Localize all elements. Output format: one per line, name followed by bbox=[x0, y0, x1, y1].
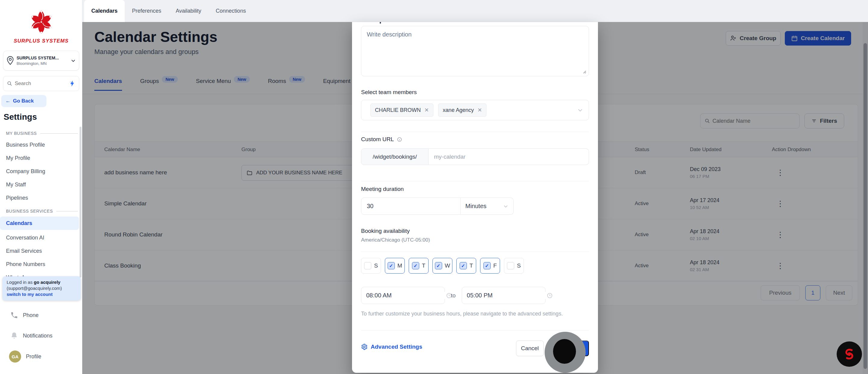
chevron-down-icon bbox=[70, 58, 76, 63]
sidebar-item-my-profile[interactable]: My Profile bbox=[0, 151, 79, 165]
app-window: Calendars Preferences Availability Conne… bbox=[0, 0, 868, 374]
section-my-business: MY BUSINESS bbox=[6, 131, 78, 136]
advanced-settings-link[interactable]: Advanced Settings bbox=[361, 344, 422, 350]
brand-s-icon bbox=[841, 346, 857, 362]
sidebar-item-pipelines[interactable]: Pipelines bbox=[0, 191, 79, 204]
divider bbox=[361, 132, 589, 132]
remove-chip-icon[interactable]: ✕ bbox=[477, 107, 482, 113]
weekday-picker: ✓S ✓M ✓T ✓W ✓T ✓F ✓S bbox=[361, 258, 524, 274]
sidebar-item-conversation-ai[interactable]: Conversation AI bbox=[0, 231, 79, 244]
profile-label: Profile bbox=[26, 353, 41, 360]
description-textarea[interactable] bbox=[361, 26, 589, 76]
calendar-create-modal: Select team members CHARLIE BROWN✕ xane … bbox=[352, 22, 598, 373]
go-back-label: Go Back bbox=[13, 98, 34, 104]
search-icon bbox=[7, 81, 12, 86]
checkbox-icon: ✓ bbox=[507, 262, 514, 269]
top-tab-connections[interactable]: Connections bbox=[209, 0, 253, 22]
back-arrow-icon: ← bbox=[5, 98, 10, 104]
location-name: SURPLUS SYSTEM... bbox=[17, 56, 70, 60]
sidebar-item-my-staff[interactable]: My Staff bbox=[0, 178, 79, 191]
go-back-button[interactable]: ← Go Back bbox=[1, 95, 46, 107]
resize-handle-icon[interactable] bbox=[582, 69, 587, 74]
gear-icon bbox=[361, 344, 368, 350]
sidebar: SURPLUS SYSTEMS SURPLUS SYSTEM... Bloomi… bbox=[0, 0, 82, 374]
logged-in-tooltip: Logged in as go acquirely (support@goacq… bbox=[2, 276, 81, 300]
top-tab-availability[interactable]: Availability bbox=[168, 0, 209, 22]
sidebar-item-business-profile[interactable]: Business Profile bbox=[0, 138, 79, 151]
checkbox-icon: ✓ bbox=[388, 262, 395, 269]
checkbox-icon: ✓ bbox=[460, 262, 467, 269]
chevron-down-icon bbox=[503, 204, 508, 209]
floating-brand-widget-button[interactable] bbox=[837, 341, 862, 367]
day-toggle-saturday[interactable]: ✓S bbox=[504, 258, 524, 274]
day-toggle-tuesday[interactable]: ✓T bbox=[409, 258, 429, 274]
notifications-label: Notifications bbox=[23, 333, 53, 339]
start-time-input[interactable] bbox=[361, 287, 445, 304]
day-toggle-monday[interactable]: ✓M bbox=[385, 258, 405, 274]
day-toggle-thursday[interactable]: ✓T bbox=[456, 258, 476, 274]
brand-logo-text: SURPLUS SYSTEMS bbox=[0, 38, 82, 44]
sidebar-item-email-services[interactable]: Email Services bbox=[0, 244, 79, 258]
top-tab-preferences[interactable]: Preferences bbox=[125, 0, 168, 22]
divider bbox=[361, 330, 589, 330]
brand-logo: SURPLUS SYSTEMS bbox=[0, 9, 82, 44]
location-city: Bloomington, MN bbox=[17, 61, 70, 66]
sidebar-item-calendars[interactable]: Calendars bbox=[0, 217, 79, 230]
custom-url-group: /widget/bookings/ bbox=[361, 148, 589, 165]
sidebar-profile[interactable]: GA Profile bbox=[0, 350, 82, 363]
click-indicator-dot bbox=[553, 339, 576, 364]
sidebar-phone[interactable]: Phone bbox=[0, 311, 82, 319]
cancel-button[interactable]: Cancel bbox=[516, 341, 544, 356]
timezone-label: America/Chicago (UTC-05:00) bbox=[361, 237, 430, 243]
switch-account-link[interactable]: switch to my account bbox=[7, 292, 53, 297]
team-members-label: Select team members bbox=[361, 89, 417, 96]
advanced-settings-label: Advanced Settings bbox=[371, 344, 422, 350]
sidebar-title: Settings bbox=[4, 112, 37, 122]
checkbox-icon: ✓ bbox=[364, 262, 371, 269]
clipped-label-fragment bbox=[380, 22, 381, 24]
sidebar-search[interactable] bbox=[3, 76, 79, 91]
sidebar-search-input[interactable] bbox=[15, 81, 69, 87]
duration-unit-select[interactable]: Minutes bbox=[461, 198, 514, 215]
avatar: GA bbox=[9, 350, 21, 363]
sidebar-scrollbar[interactable] bbox=[80, 127, 82, 278]
custom-url-label: Custom URL bbox=[361, 136, 402, 143]
range-separator: to bbox=[451, 292, 456, 299]
section-business-services: BUSINESS SERVICES bbox=[6, 209, 78, 213]
hours-note: To further customize your business hours… bbox=[361, 311, 589, 317]
phone-icon bbox=[10, 311, 18, 319]
day-toggle-sunday[interactable]: ✓S bbox=[361, 258, 381, 274]
divider bbox=[361, 181, 589, 181]
chevron-down-icon bbox=[577, 107, 583, 113]
team-members-select[interactable]: CHARLIE BROWN✕ xane Agency✕ bbox=[361, 100, 589, 120]
day-toggle-wednesday[interactable]: ✓W bbox=[433, 258, 453, 274]
checkbox-icon: ✓ bbox=[484, 262, 491, 269]
team-member-chip: xane Agency✕ bbox=[438, 104, 487, 117]
checkbox-icon: ✓ bbox=[435, 262, 442, 269]
bell-icon bbox=[10, 332, 18, 340]
top-tab-calendars[interactable]: Calendars bbox=[84, 0, 125, 22]
url-prefix: /widget/bookings/ bbox=[361, 148, 429, 165]
checkbox-icon: ✓ bbox=[412, 262, 419, 269]
remove-chip-icon[interactable]: ✕ bbox=[424, 107, 429, 113]
divider bbox=[361, 251, 589, 252]
duration-group: Minutes bbox=[361, 198, 514, 215]
sidebar-notifications[interactable]: Notifications bbox=[0, 332, 82, 340]
info-icon bbox=[397, 137, 402, 142]
top-tab-strip: Calendars Preferences Availability Conne… bbox=[82, 0, 868, 22]
duration-input[interactable] bbox=[361, 198, 461, 215]
meeting-duration-label: Meeting duration bbox=[361, 186, 404, 193]
brand-logo-mark bbox=[28, 9, 54, 35]
location-switcher[interactable]: SURPLUS SYSTEM... Bloomington, MN bbox=[3, 51, 79, 70]
bolt-icon bbox=[69, 80, 75, 87]
booking-availability-label: Booking availability bbox=[361, 228, 410, 234]
map-pin-icon bbox=[6, 56, 14, 65]
day-toggle-friday[interactable]: ✓F bbox=[480, 258, 500, 274]
sidebar-item-company-billing[interactable]: Company Billing bbox=[0, 165, 79, 178]
clock-icon bbox=[547, 293, 553, 298]
hours-range: to bbox=[361, 287, 546, 304]
sidebar-item-phone-numbers[interactable]: Phone Numbers bbox=[0, 258, 79, 271]
end-time-input[interactable] bbox=[462, 287, 546, 304]
custom-url-input[interactable] bbox=[429, 148, 589, 165]
phone-label: Phone bbox=[23, 312, 38, 318]
